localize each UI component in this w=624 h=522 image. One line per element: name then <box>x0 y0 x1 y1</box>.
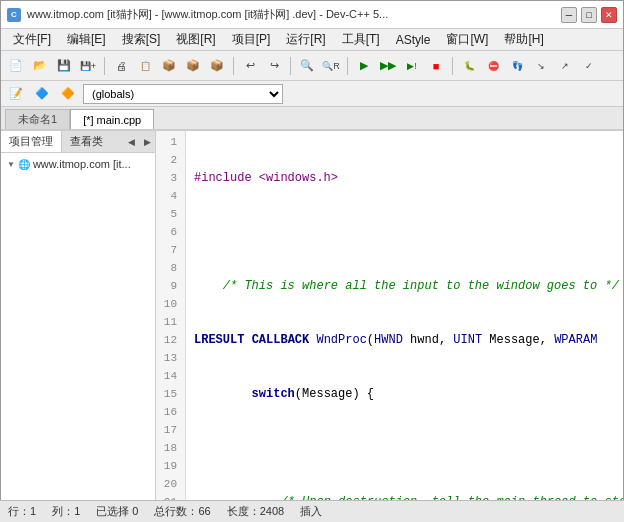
code-line-4: LRESULT CALLBACK WndProc(HWND hwnd, UINT… <box>194 331 623 349</box>
ln-12: 12 <box>160 331 177 349</box>
project-tree: ▼ 🌐 www.itmop.com [it... <box>1 153 155 522</box>
code-line-6 <box>194 439 623 457</box>
code-editor[interactable]: 1 2 3 4 5 6 7 8 9 10 11 12 13 14 15 16 1 <box>156 131 623 522</box>
ln-9: 9 <box>160 277 177 295</box>
ln-6: 6 <box>160 223 177 241</box>
menu-tools[interactable]: 工具[T] <box>334 29 388 50</box>
tree-root[interactable]: ▼ 🌐 www.itmop.com [it... <box>5 157 151 171</box>
title-bar-left: C www.itmop.com [it猫扑网] - [www.itmop.com… <box>7 7 388 22</box>
menu-file[interactable]: 文件[F] <box>5 29 59 50</box>
toolbar-btn-8[interactable]: 📦 <box>206 55 228 77</box>
menu-edit[interactable]: 编辑[E] <box>59 29 114 50</box>
code-line-2 <box>194 223 623 241</box>
ln-15: 15 <box>160 385 177 403</box>
ln-5: 5 <box>160 205 177 223</box>
panel-tab-project[interactable]: 项目管理 <box>1 131 62 152</box>
menu-view[interactable]: 视图[R] <box>168 29 223 50</box>
ln-4: 4 <box>160 187 177 205</box>
menu-help[interactable]: 帮助[H] <box>496 29 551 50</box>
code-line-3: /* This is where all the input to the wi… <box>194 277 623 295</box>
editor-tab-bar: 未命名1 [*] main.cpp <box>1 107 623 131</box>
ln-19: 19 <box>160 457 177 475</box>
debug-3[interactable]: 👣 <box>506 55 528 77</box>
save-button[interactable]: 💾 <box>53 55 75 77</box>
debug-4[interactable]: ↘ <box>530 55 552 77</box>
tab-unnamed[interactable]: 未命名1 <box>5 109 70 129</box>
toolbar-sep-2 <box>233 57 234 75</box>
ln-11: 11 <box>160 313 177 331</box>
debug-2[interactable]: ⛔ <box>482 55 504 77</box>
save-all-button[interactable]: 💾+ <box>77 55 99 77</box>
ln-14: 14 <box>160 367 177 385</box>
toolbar2-btn-1[interactable]: 📝 <box>5 83 27 105</box>
toolbar-btn-5[interactable]: 📋 <box>134 55 156 77</box>
ln-17: 17 <box>160 421 177 439</box>
title-bar: C www.itmop.com [it猫扑网] - [www.itmop.com… <box>1 1 623 29</box>
project-panel: 项目管理 查看类 ◀ ▶ ▼ 🌐 www.itmop.com [it... <box>1 131 156 522</box>
code-content: 1 2 3 4 5 6 7 8 9 10 11 12 13 14 15 16 1 <box>156 131 623 522</box>
status-length: 长度：2408 <box>227 504 284 519</box>
minimize-button[interactable]: ─ <box>561 7 577 23</box>
ln-16: 16 <box>160 403 177 421</box>
code-line-5: switch(Message) { <box>194 385 623 403</box>
toolbar-globals: 📝 🔷 🔶 (globals) <box>1 81 623 107</box>
toolbar-sep-4 <box>347 57 348 75</box>
globals-dropdown[interactable]: (globals) <box>83 84 283 104</box>
undo-button[interactable]: ↩ <box>239 55 261 77</box>
debug-5[interactable]: ↗ <box>554 55 576 77</box>
ln-13: 13 <box>160 349 177 367</box>
panel-nav: ◀ ▶ <box>123 131 155 152</box>
ln-7: 7 <box>160 241 177 259</box>
content-area: 项目管理 查看类 ◀ ▶ ▼ 🌐 www.itmop.com [it... 1 … <box>1 131 623 522</box>
ln-18: 18 <box>160 439 177 457</box>
menu-project[interactable]: 项目[P] <box>224 29 279 50</box>
ln-1: 1 <box>160 133 177 151</box>
open-button[interactable]: 📂 <box>29 55 51 77</box>
toolbar-btn-6[interactable]: 📦 <box>158 55 180 77</box>
panel-tab-class[interactable]: 查看类 <box>62 131 111 152</box>
find-button[interactable]: 🔍 <box>296 55 318 77</box>
menu-search[interactable]: 搜索[S] <box>114 29 169 50</box>
replace-button[interactable]: 🔍R <box>320 55 342 77</box>
toolbar-sep-3 <box>290 57 291 75</box>
debug-button[interactable]: 🐛 <box>458 55 480 77</box>
tree-folder-icon: 🌐 <box>18 159 30 170</box>
status-insert-mode: 插入 <box>300 504 322 519</box>
menu-run[interactable]: 运行[R] <box>278 29 333 50</box>
status-selected: 已选择 0 <box>96 504 138 519</box>
compile-run-button[interactable]: ▶! <box>401 55 423 77</box>
toolbar-sep-5 <box>452 57 453 75</box>
app-icon: C <box>7 8 21 22</box>
code-line-1: #include <windows.h> <box>194 169 623 187</box>
ln-8: 8 <box>160 259 177 277</box>
panel-nav-prev[interactable]: ◀ <box>123 134 139 150</box>
status-total-lines: 总行数：66 <box>154 504 210 519</box>
toolbar2-btn-3[interactable]: 🔶 <box>57 83 79 105</box>
toolbar-main: 📄 📂 💾 💾+ 🖨 📋 📦 📦 📦 ↩ ↪ 🔍 🔍R ▶ ▶▶ ▶! ■ 🐛 … <box>1 51 623 81</box>
debug-6[interactable]: ✓ <box>578 55 600 77</box>
editor-wrapper: 1 2 3 4 5 6 7 8 9 10 11 12 13 14 15 16 1 <box>156 131 623 522</box>
new-button[interactable]: 📄 <box>5 55 27 77</box>
ln-20: 20 <box>160 475 177 493</box>
panel-nav-next[interactable]: ▶ <box>139 134 155 150</box>
stop-button[interactable]: ■ <box>425 55 447 77</box>
window-controls: ─ □ ✕ <box>561 7 617 23</box>
tab-main-cpp[interactable]: [*] main.cpp <box>70 109 154 129</box>
print-button[interactable]: 🖨 <box>110 55 132 77</box>
compile-button[interactable]: ▶ <box>353 55 375 77</box>
maximize-button[interactable]: □ <box>581 7 597 23</box>
tree-root-label: www.itmop.com [it... <box>33 158 131 170</box>
menu-astyle[interactable]: AStyle <box>388 31 439 49</box>
ln-3: 3 <box>160 169 177 187</box>
redo-button[interactable]: ↪ <box>263 55 285 77</box>
run-button[interactable]: ▶▶ <box>377 55 399 77</box>
toolbar-btn-7[interactable]: 📦 <box>182 55 204 77</box>
toolbar2-btn-2[interactable]: 🔷 <box>31 83 53 105</box>
menu-bar: 文件[F] 编辑[E] 搜索[S] 视图[R] 项目[P] 运行[R] 工具[T… <box>1 29 623 51</box>
close-button[interactable]: ✕ <box>601 7 617 23</box>
window-title: www.itmop.com [it猫扑网] - [www.itmop.com [… <box>27 7 388 22</box>
status-bar: 行：1 列：1 已选择 0 总行数：66 长度：2408 插入 <box>0 500 624 522</box>
tree-expand-icon: ▼ <box>7 160 15 169</box>
status-col: 列：1 <box>52 504 80 519</box>
menu-window[interactable]: 窗口[W] <box>438 29 496 50</box>
